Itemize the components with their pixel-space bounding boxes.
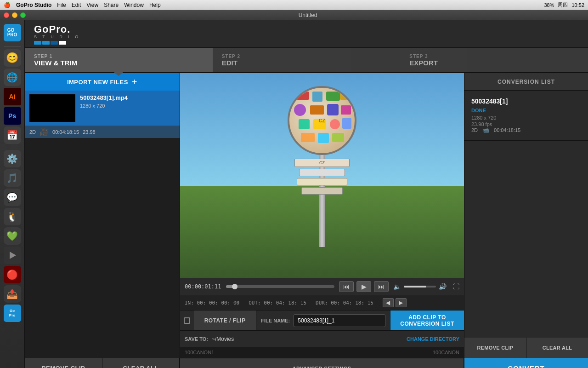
trim-out-button[interactable]: ▶ (396, 298, 407, 307)
forward-button[interactable]: ⏭ (374, 281, 389, 292)
minimize-window-button[interactable] (12, 12, 17, 18)
conv-format: 2D (471, 127, 478, 133)
sticker-2 (312, 92, 322, 102)
battery-indicator: 38% (544, 2, 554, 8)
maximize-window-button[interactable] (20, 12, 26, 18)
steps-bar: STEP 1 VIEW & TRIM STEP 2 EDIT STEP 3 EX… (25, 48, 588, 73)
step-1[interactable]: STEP 1 VIEW & TRIM (25, 48, 213, 72)
sign-board-4 (301, 187, 343, 195)
sticker-12 (342, 118, 351, 129)
time-display: 10:52 (571, 2, 584, 8)
conv-meta-row: 2D 📹 00:04:18:15 (471, 127, 581, 133)
import-button[interactable]: IMPORT NEW FILES + (25, 73, 180, 91)
logo-dot-2 (42, 41, 50, 45)
rewind-button[interactable]: ⏮ (339, 281, 354, 292)
apple-menu[interactable]: 🍎 (4, 2, 11, 8)
logo-brand: GoPro. (34, 23, 70, 35)
sticker-11 (330, 119, 340, 129)
dock-filezilla-icon[interactable]: 📤 (4, 285, 21, 303)
trim-buttons: ◀ ▶ (383, 298, 407, 307)
dock-gopro-icon[interactable]: GOPRO (4, 24, 21, 41)
content-area: GoPro. S T U D I O STEP 1 VIEW & TRIM ST… (25, 20, 588, 368)
dock-red-icon[interactable]: 🔴 (4, 266, 21, 283)
timeline-thumb[interactable] (232, 284, 237, 289)
add-to-conversion-button[interactable]: ADD CLIP TO CONVERSION LIST (390, 310, 464, 330)
volume-slider[interactable] (404, 286, 436, 288)
dock-photoshop-icon[interactable]: Ps (4, 107, 21, 125)
dock-settings-icon[interactable]: ⚙️ (4, 150, 21, 167)
sticker-3 (326, 92, 340, 101)
file-name: 50032483[1].mp4 (80, 94, 175, 101)
day-label: 周四 (558, 1, 568, 8)
menu-share[interactable]: Share (104, 2, 119, 8)
inout-bar: IN: 00: 00: 00: 00 OUT: 00: 04: 18: 15 D… (180, 295, 464, 310)
step-3[interactable]: STEP 3 EXPORT (400, 48, 588, 72)
gopro-logo: GoPro. S T U D I O (34, 23, 80, 45)
dock-finder-icon[interactable]: 😊 (4, 49, 21, 67)
filename-input[interactable] (294, 314, 385, 327)
conv-remove-clip-button[interactable]: REMOVE CLIP (464, 338, 526, 358)
step-1-name: VIEW & TRIM (34, 59, 213, 67)
dur-display: DUR: 00: 04: 18: 15 (316, 300, 373, 306)
file-resolution: 1280 x 720 (80, 103, 175, 109)
trim-in-button[interactable]: ◀ (383, 298, 394, 307)
step-2[interactable]: STEP 2 EDIT (213, 48, 401, 72)
file-panel: IMPORT NEW FILES + 50032483[1].mp4 1280 … (25, 73, 180, 368)
menu-help[interactable]: Help (149, 2, 161, 8)
remove-clip-button[interactable]: REMOVE CLIP (25, 358, 102, 368)
menu-edit[interactable]: Edit (72, 2, 81, 8)
conversion-header: CONVERSION LIST (464, 73, 588, 91)
conversion-header-label: CONVERSION LIST (498, 79, 555, 85)
dock-qq-icon[interactable]: 🐧 (4, 208, 21, 225)
rotate-checkbox[interactable] (184, 317, 190, 324)
dock-goprostudio-icon[interactable]: GoPro (4, 305, 21, 322)
file-item[interactable]: 50032483[1].mp4 1280 x 720 (25, 91, 180, 126)
convert-button[interactable]: CONVERT (464, 358, 588, 368)
conv-filename: 50032483[1] (471, 98, 581, 105)
transport-controls: ⏮ ▶ ⏭ (339, 281, 389, 292)
app-name-menu[interactable]: GoPro Studio (16, 2, 51, 8)
volume-icon[interactable]: 🔈 (393, 283, 401, 290)
saveto-label: SAVE TO: (185, 336, 208, 342)
change-directory-button[interactable]: CHANGE DIRECTORY (407, 336, 459, 342)
svg-marker-0 (10, 252, 16, 259)
mac-menubar: 🍎 GoPro Studio File Edit View Share Wind… (0, 0, 588, 10)
menu-file[interactable]: File (57, 2, 66, 8)
sign-board-1: CZ (294, 159, 350, 167)
conversion-item[interactable]: 50032483[1] DONE 1280 x 720 23.98 fps 2D… (464, 91, 588, 141)
dock-wechat-icon[interactable]: 💚 (4, 227, 21, 245)
current-time-display: 00:00:01:11 (185, 283, 221, 290)
advanced-settings-button[interactable]: ADVANCED SETTINGS (180, 358, 464, 368)
sticker-13 (301, 133, 315, 142)
sign-board-2 (299, 169, 345, 176)
dock-chrome-icon[interactable]: 🌐 (4, 69, 21, 86)
dock-chat-icon[interactable]: 💬 (4, 189, 21, 206)
volume-fill (404, 286, 426, 288)
dock-illustrator-icon[interactable]: Ai (4, 88, 21, 105)
conversion-empty-area (464, 141, 588, 338)
clear-all-button[interactable]: CLEAR ALL (102, 358, 180, 368)
menu-view[interactable]: View (86, 2, 98, 8)
rotate-flip-button[interactable]: ROTATE / FLIP (194, 310, 256, 330)
menu-window[interactable]: Window (124, 2, 144, 8)
logo-product: S T U D I O (34, 34, 80, 39)
dock-calendar-icon[interactable]: 📅 (4, 126, 21, 144)
fullscreen-button[interactable]: ⛶ (453, 283, 459, 290)
filename-label: FILE NAME: (261, 318, 290, 323)
conv-fps: 23.98 fps (471, 121, 581, 127)
conv-clear-all-button[interactable]: CLEAR ALL (526, 338, 588, 358)
window-controls (4, 12, 26, 18)
step-1-arrow (114, 72, 123, 76)
volume-control: 🔈 🔊 (393, 283, 447, 290)
main-body: IMPORT NEW FILES + 50032483[1].mp4 1280 … (25, 73, 588, 368)
conv-meta-icon: 📹 (482, 127, 489, 133)
play-button[interactable]: ▶ (356, 281, 371, 292)
dock-finalcut-icon[interactable] (4, 247, 21, 264)
sticker-1 (296, 92, 309, 100)
sticker-6 (310, 105, 324, 115)
close-window-button[interactable] (4, 12, 9, 18)
timeline-scrubber[interactable] (226, 285, 334, 288)
dock-music-icon[interactable]: 🎵 (4, 169, 21, 187)
sign-board-3 (297, 178, 347, 185)
step-3-name: EXPORT (409, 59, 588, 67)
